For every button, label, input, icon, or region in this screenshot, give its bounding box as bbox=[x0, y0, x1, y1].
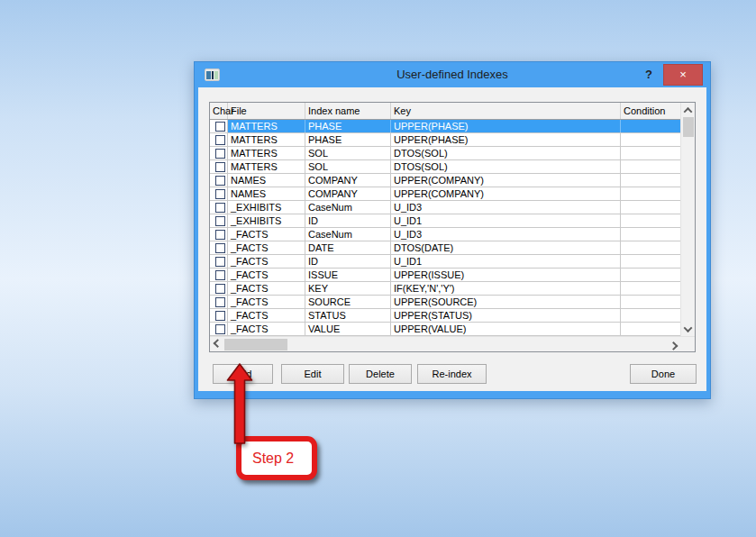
column-header-index-name[interactable]: Index name bbox=[305, 103, 391, 119]
scroll-left-button[interactable] bbox=[210, 337, 224, 351]
row-checkbox[interactable] bbox=[215, 284, 225, 294]
delete-button[interactable]: Delete bbox=[349, 364, 412, 384]
row-file-cell: NAMES bbox=[228, 187, 305, 200]
row-index-name-cell: COMPANY bbox=[305, 187, 391, 200]
column-header-file[interactable]: File bbox=[228, 103, 305, 119]
row-checkbox[interactable] bbox=[215, 203, 225, 213]
table-row[interactable]: _FACTS DATE DTOS(DATE) bbox=[210, 241, 680, 255]
row-checkbox-cell bbox=[210, 201, 228, 214]
row-checkbox[interactable] bbox=[215, 324, 225, 334]
scroll-right-button[interactable] bbox=[666, 337, 680, 351]
table-row[interactable]: MATTERS PHASE UPPER(PHASE) bbox=[210, 120, 680, 133]
row-checkbox[interactable] bbox=[215, 230, 225, 240]
row-key-cell: U_ID3 bbox=[391, 228, 621, 241]
row-index-name-cell: SOL bbox=[305, 160, 391, 173]
row-checkbox-cell bbox=[210, 296, 228, 308]
done-button[interactable]: Done bbox=[630, 364, 697, 384]
row-condition-cell bbox=[621, 282, 680, 295]
row-checkbox[interactable] bbox=[215, 135, 225, 145]
row-key-cell: U_ID3 bbox=[391, 201, 621, 214]
table-row[interactable]: _FACTS CaseNum U_ID3 bbox=[210, 228, 680, 241]
scroll-down-button[interactable] bbox=[681, 322, 696, 336]
row-condition-cell bbox=[621, 323, 680, 335]
table-row[interactable]: _FACTS ID U_ID1 bbox=[210, 255, 680, 268]
table-row[interactable]: _FACTS ISSUE UPPER(ISSUE) bbox=[210, 268, 680, 282]
row-condition-cell bbox=[621, 174, 680, 187]
step-arrow bbox=[221, 359, 329, 458]
row-checkbox-cell bbox=[210, 120, 228, 132]
vertical-scrollbar[interactable] bbox=[680, 103, 695, 336]
row-checkbox[interactable] bbox=[215, 189, 225, 199]
row-index-name-cell: VALUE bbox=[305, 323, 391, 335]
row-file-cell: MATTERS bbox=[228, 147, 305, 159]
row-checkbox[interactable] bbox=[215, 176, 225, 186]
help-button[interactable]: ? bbox=[639, 66, 659, 84]
row-checkbox-cell bbox=[210, 268, 228, 281]
row-file-cell: MATTERS bbox=[228, 120, 305, 132]
table-row[interactable]: _FACTS VALUE UPPER(VALUE) bbox=[210, 323, 680, 336]
column-header-char[interactable]: Char bbox=[210, 103, 228, 119]
row-key-cell: DTOS(DATE) bbox=[391, 241, 621, 254]
row-checkbox[interactable] bbox=[215, 270, 225, 280]
row-file-cell: _FACTS bbox=[228, 309, 305, 322]
row-checkbox[interactable] bbox=[215, 243, 225, 253]
table-header: Char File Index name Key Condition bbox=[210, 103, 680, 120]
table-row[interactable]: NAMES COMPANY UPPER(COMPANY) bbox=[210, 187, 680, 201]
window-title: User-defined Indexes bbox=[195, 62, 710, 87]
table-body: MATTERS PHASE UPPER(PHASE) MATTERS PHASE… bbox=[210, 120, 680, 336]
column-header-condition[interactable]: Condition bbox=[621, 103, 680, 119]
row-key-cell: UPPER(VALUE) bbox=[391, 323, 621, 335]
scroll-up-button[interactable] bbox=[681, 103, 696, 117]
table-row[interactable]: MATTERS SOL DTOS(SOL) bbox=[210, 160, 680, 174]
row-checkbox-cell bbox=[210, 228, 228, 241]
row-checkbox[interactable] bbox=[215, 216, 225, 226]
row-condition-cell bbox=[621, 296, 680, 308]
table-row[interactable]: _FACTS STATUS UPPER(STATUS) bbox=[210, 309, 680, 323]
row-checkbox[interactable] bbox=[215, 122, 225, 132]
row-condition-cell bbox=[621, 147, 680, 159]
table-row[interactable]: _EXHIBITS ID U_ID1 bbox=[210, 214, 680, 228]
row-file-cell: NAMES bbox=[228, 174, 305, 187]
table-row[interactable]: MATTERS PHASE UPPER(PHASE) bbox=[210, 133, 680, 147]
row-file-cell: _FACTS bbox=[228, 296, 305, 308]
row-index-name-cell: STATUS bbox=[305, 309, 391, 322]
row-checkbox[interactable] bbox=[215, 149, 225, 159]
row-checkbox-cell bbox=[210, 282, 228, 295]
chevron-left-icon bbox=[213, 339, 222, 348]
row-file-cell: _EXHIBITS bbox=[228, 201, 305, 214]
row-file-cell: MATTERS bbox=[228, 133, 305, 146]
row-checkbox[interactable] bbox=[215, 162, 225, 172]
horizontal-scrollbar[interactable] bbox=[210, 337, 666, 351]
row-file-cell: _FACTS bbox=[228, 323, 305, 335]
row-condition-cell bbox=[621, 160, 680, 173]
row-condition-cell bbox=[621, 255, 680, 268]
row-key-cell: UPPER(STATUS) bbox=[391, 309, 621, 322]
table-row[interactable]: NAMES COMPANY UPPER(COMPANY) bbox=[210, 174, 680, 187]
row-index-name-cell: ISSUE bbox=[305, 268, 391, 281]
row-index-name-cell: KEY bbox=[305, 282, 391, 295]
horizontal-scroll-thumb[interactable] bbox=[224, 339, 287, 350]
row-condition-cell bbox=[621, 309, 680, 322]
row-checkbox-cell bbox=[210, 323, 228, 335]
row-checkbox[interactable] bbox=[215, 257, 225, 267]
row-checkbox-cell bbox=[210, 255, 228, 268]
titlebar[interactable]: User-defined Indexes ? × bbox=[195, 62, 710, 87]
row-index-name-cell: SOURCE bbox=[305, 296, 391, 308]
row-index-name-cell: ID bbox=[305, 214, 391, 227]
row-checkbox-cell bbox=[210, 160, 228, 173]
table-row[interactable]: MATTERS SOL DTOS(SOL) bbox=[210, 147, 680, 160]
table-row[interactable]: _FACTS SOURCE UPPER(SOURCE) bbox=[210, 296, 680, 309]
table-row[interactable]: _EXHIBITS CaseNum U_ID3 bbox=[210, 201, 680, 214]
row-condition-cell bbox=[621, 120, 680, 132]
column-header-key[interactable]: Key bbox=[391, 103, 621, 119]
row-key-cell: UPPER(COMPANY) bbox=[391, 174, 621, 187]
vertical-scroll-thumb[interactable] bbox=[683, 117, 694, 137]
reindex-button[interactable]: Re-index bbox=[417, 364, 487, 384]
row-file-cell: _FACTS bbox=[228, 268, 305, 281]
row-checkbox[interactable] bbox=[215, 311, 225, 321]
table-row[interactable]: _FACTS KEY IF(KEY,'N','Y') bbox=[210, 282, 680, 296]
row-checkbox-cell bbox=[210, 133, 228, 146]
row-checkbox-cell bbox=[210, 174, 228, 187]
close-button[interactable]: × bbox=[663, 64, 703, 86]
row-checkbox[interactable] bbox=[215, 297, 225, 307]
